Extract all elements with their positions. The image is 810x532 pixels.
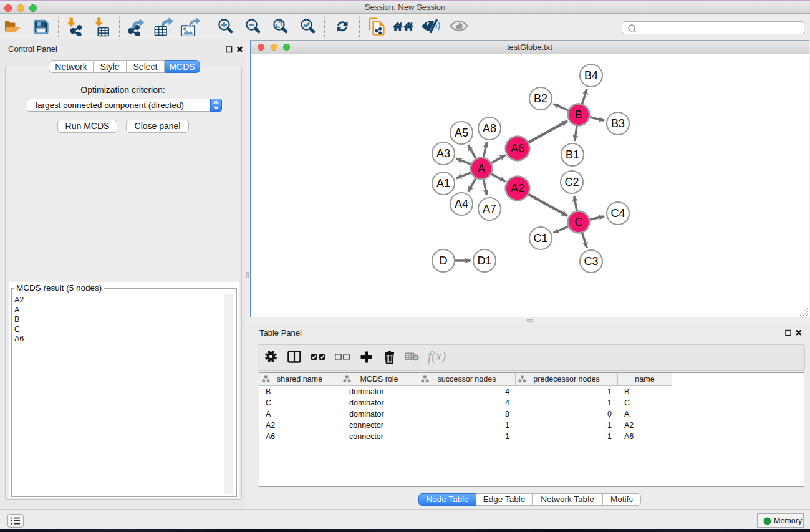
svg-text:B2: B2	[534, 92, 547, 105]
svg-text:D1: D1	[477, 254, 491, 267]
svg-text:C2: C2	[564, 176, 579, 188]
svg-text:A3: A3	[436, 147, 450, 160]
svg-text:A6: A6	[511, 142, 524, 155]
svg-text:C1: C1	[533, 232, 547, 244]
svg-text:B3: B3	[611, 117, 625, 130]
svg-text:A8: A8	[483, 122, 496, 135]
svg-text:C4: C4	[610, 207, 625, 220]
svg-text:C: C	[575, 216, 583, 228]
svg-text:A7: A7	[483, 203, 496, 215]
svg-text:A5: A5	[455, 127, 468, 139]
svg-text:A1: A1	[436, 177, 450, 190]
svg-text:D: D	[440, 254, 448, 267]
svg-text:B4: B4	[584, 69, 598, 82]
svg-text:A4: A4	[455, 198, 468, 210]
svg-text:A: A	[478, 162, 485, 175]
svg-text:B1: B1	[566, 148, 579, 161]
svg-text:A2: A2	[511, 182, 524, 195]
svg-text:C3: C3	[584, 255, 598, 268]
svg-text:B: B	[575, 109, 582, 121]
